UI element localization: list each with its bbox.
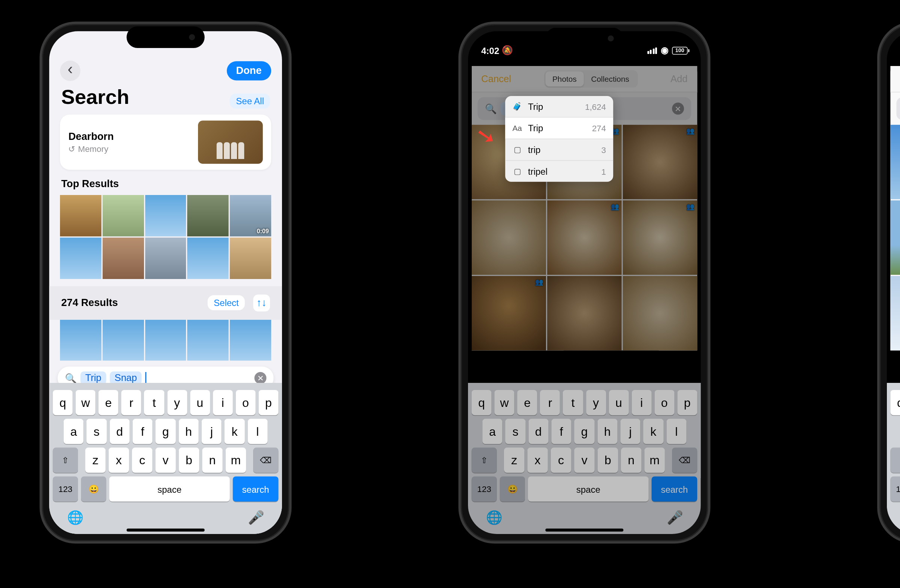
photo-thumbnail[interactable] (890, 200, 900, 275)
photo-thumbnail[interactable]: 👥 (547, 200, 621, 275)
photo-thumbnail[interactable] (60, 320, 101, 361)
key-x[interactable]: x (527, 448, 548, 473)
key-v[interactable]: v (574, 448, 594, 473)
search-key[interactable]: search (233, 476, 279, 501)
globe-icon[interactable]: 🌐 (67, 510, 83, 526)
key-i[interactable]: i (632, 390, 652, 415)
key-e[interactable]: e (99, 390, 118, 415)
search-field[interactable]: 🔍 Snap Trip ✕ (896, 97, 900, 120)
key-d[interactable]: d (110, 419, 129, 444)
key-f[interactable]: f (551, 419, 571, 444)
numbers-key[interactable]: 123 (472, 476, 497, 501)
suggestion-row[interactable]: ▢trip3 (505, 139, 613, 161)
shift-key[interactable]: ⇧ (53, 448, 78, 473)
key-l[interactable]: l (247, 419, 267, 444)
photo-thumbnail[interactable] (102, 320, 144, 361)
key-t[interactable]: t (563, 390, 583, 415)
mic-icon[interactable]: 🎤 (667, 510, 683, 526)
home-indicator[interactable] (127, 529, 205, 532)
key-z[interactable]: z (504, 448, 524, 473)
key-a[interactable]: a (482, 419, 502, 444)
key-n[interactable]: n (202, 448, 222, 473)
shift-key[interactable]: ⇧ (890, 448, 900, 473)
select-button[interactable]: Select (208, 295, 245, 310)
key-c[interactable]: c (132, 448, 152, 473)
key-o[interactable]: o (654, 390, 674, 415)
key-c[interactable]: c (551, 448, 571, 473)
key-h[interactable]: h (178, 419, 199, 444)
search-key[interactable]: search (652, 476, 697, 501)
photo-thumbnail[interactable]: 👥 (472, 276, 546, 350)
key-q[interactable]: q (890, 390, 900, 415)
key-o[interactable]: o (236, 390, 255, 415)
key-g[interactable]: g (156, 419, 175, 444)
key-z[interactable]: z (85, 448, 106, 473)
photo-thumbnail[interactable] (145, 237, 186, 279)
photo-thumbnail[interactable] (188, 320, 229, 361)
done-button[interactable]: Done (227, 61, 271, 80)
suggestion-row[interactable]: ▢tripel1 (505, 161, 613, 182)
add-button[interactable]: Add (670, 73, 688, 84)
key-u[interactable]: u (608, 390, 628, 415)
cancel-button[interactable]: Cancel (481, 73, 511, 84)
home-indicator[interactable] (545, 529, 623, 532)
key-a[interactable]: a (64, 419, 84, 444)
key-x[interactable]: x (109, 448, 129, 473)
photo-thumbnail[interactable] (102, 237, 144, 279)
key-y[interactable]: y (586, 390, 606, 415)
key-q[interactable]: q (53, 390, 73, 415)
key-i[interactable]: i (213, 390, 233, 415)
key-w[interactable]: w (495, 390, 515, 415)
key-l[interactable]: l (666, 419, 686, 444)
photo-thumbnail[interactable] (890, 125, 900, 199)
memory-card[interactable]: Dearborn ↺Memory (60, 115, 271, 170)
video-thumbnail[interactable]: 0:09 (230, 195, 271, 236)
tab-photos[interactable]: Photos (545, 71, 584, 86)
key-r[interactable]: r (121, 390, 141, 415)
key-g[interactable]: g (574, 419, 594, 444)
key-q[interactable]: q (472, 390, 492, 415)
photo-thumbnail[interactable] (60, 237, 101, 279)
suggestion-row[interactable]: 🧳Trip1,624 (505, 96, 613, 118)
key-m[interactable]: m (644, 448, 664, 473)
globe-icon[interactable]: 🌐 (486, 510, 502, 526)
key-t[interactable]: t (144, 390, 164, 415)
photo-thumbnail[interactable] (230, 320, 271, 361)
key-k[interactable]: k (644, 419, 663, 444)
emoji-key[interactable]: 😀 (81, 476, 106, 501)
key-d[interactable]: d (528, 419, 548, 444)
photo-thumbnail[interactable] (547, 276, 621, 350)
key-f[interactable]: f (133, 419, 153, 444)
key-j[interactable]: j (620, 419, 640, 444)
suggestion-row[interactable]: AaTrip274 (505, 118, 613, 140)
key-e[interactable]: e (517, 390, 537, 415)
photo-thumbnail[interactable]: 👥 (623, 125, 697, 199)
key-u[interactable]: u (190, 390, 210, 415)
key-k[interactable]: k (225, 419, 245, 444)
tab-collections[interactable]: Collections (584, 71, 636, 86)
photo-thumbnail[interactable] (145, 320, 186, 361)
photo-thumbnail[interactable] (230, 237, 271, 279)
key-n[interactable]: n (621, 448, 641, 473)
shift-key[interactable]: ⇧ (472, 448, 497, 473)
key-j[interactable]: j (202, 419, 222, 444)
key-v[interactable]: v (155, 448, 175, 473)
key-s[interactable]: s (87, 419, 107, 444)
key-m[interactable]: m (226, 448, 246, 473)
photo-thumbnail[interactable] (188, 237, 229, 279)
backspace-key[interactable]: ⌫ (672, 448, 697, 473)
photo-thumbnail[interactable] (145, 195, 186, 236)
mic-icon[interactable]: 🎤 (248, 510, 264, 526)
key-y[interactable]: y (167, 390, 187, 415)
photo-thumbnail[interactable]: 👥 (623, 200, 697, 275)
see-all-button[interactable]: See All (230, 94, 270, 109)
key-r[interactable]: r (540, 390, 560, 415)
space-key[interactable]: space (528, 476, 649, 501)
space-key[interactable]: space (109, 476, 230, 501)
photo-thumbnail[interactable] (60, 195, 101, 236)
key-h[interactable]: h (597, 419, 617, 444)
clear-button[interactable]: ✕ (672, 103, 684, 115)
photo-thumbnail[interactable] (623, 276, 697, 350)
photo-thumbnail[interactable] (102, 195, 144, 236)
numbers-key[interactable]: 123 (53, 476, 78, 501)
